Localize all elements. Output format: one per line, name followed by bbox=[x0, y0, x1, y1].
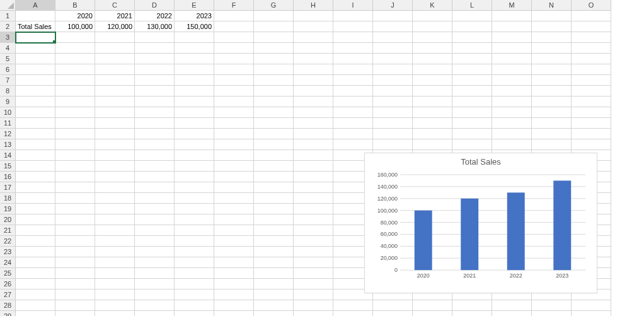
cell-I13[interactable] bbox=[333, 139, 373, 150]
cell-E27[interactable] bbox=[175, 290, 214, 300]
row-header-20[interactable]: 20 bbox=[0, 214, 16, 225]
cell-I2[interactable] bbox=[333, 21, 373, 32]
cell-H14[interactable] bbox=[294, 150, 333, 161]
row-header-3[interactable]: 3 bbox=[0, 32, 16, 43]
row-header-1[interactable]: 1 bbox=[0, 11, 16, 21]
cell-F28[interactable] bbox=[214, 300, 254, 311]
cell-A6[interactable] bbox=[16, 64, 55, 75]
cell-I12[interactable] bbox=[333, 129, 373, 139]
cell-F18[interactable] bbox=[214, 193, 254, 204]
cell-B23[interactable] bbox=[55, 247, 95, 257]
cell-F19[interactable] bbox=[214, 204, 254, 214]
cell-H3[interactable] bbox=[294, 32, 333, 43]
cell-G12[interactable] bbox=[254, 129, 294, 139]
cell-L4[interactable] bbox=[452, 43, 492, 54]
cell-L6[interactable] bbox=[452, 64, 492, 75]
cell-B6[interactable] bbox=[55, 64, 95, 75]
cell-O28[interactable] bbox=[572, 300, 611, 311]
cell-L12[interactable] bbox=[452, 129, 492, 139]
cell-I9[interactable] bbox=[333, 97, 373, 107]
cell-I11[interactable] bbox=[333, 118, 373, 129]
cell-N10[interactable] bbox=[532, 107, 572, 118]
cell-F11[interactable] bbox=[214, 118, 254, 129]
cell-F13[interactable] bbox=[214, 139, 254, 150]
cell-J1[interactable] bbox=[373, 11, 413, 21]
cell-F9[interactable] bbox=[214, 97, 254, 107]
cell-N13[interactable] bbox=[532, 139, 572, 150]
cell-B13[interactable] bbox=[55, 139, 95, 150]
cell-K9[interactable] bbox=[413, 97, 452, 107]
cell-O1[interactable] bbox=[572, 11, 611, 21]
col-header-H[interactable]: H bbox=[294, 0, 333, 11]
cell-A7[interactable] bbox=[16, 75, 55, 86]
row-header-19[interactable]: 19 bbox=[0, 204, 16, 214]
cell-A3[interactable] bbox=[16, 32, 55, 43]
cell-E2[interactable]: 150,000 bbox=[175, 21, 214, 32]
cell-C11[interactable] bbox=[95, 118, 135, 129]
cell-B17[interactable] bbox=[55, 182, 95, 193]
cell-B15[interactable] bbox=[55, 161, 95, 172]
cell-A19[interactable] bbox=[16, 204, 55, 214]
cell-D4[interactable] bbox=[135, 43, 175, 54]
cell-F10[interactable] bbox=[214, 107, 254, 118]
cell-C4[interactable] bbox=[95, 43, 135, 54]
cell-B11[interactable] bbox=[55, 118, 95, 129]
cell-G25[interactable] bbox=[254, 268, 294, 279]
cell-F5[interactable] bbox=[214, 54, 254, 64]
cell-H19[interactable] bbox=[294, 204, 333, 214]
chart[interactable]: Total Sales 020,00040,00060,00080,000100… bbox=[364, 153, 597, 293]
cell-H2[interactable] bbox=[294, 21, 333, 32]
cell-G19[interactable] bbox=[254, 204, 294, 214]
cell-J9[interactable] bbox=[373, 97, 413, 107]
cell-D21[interactable] bbox=[135, 225, 175, 236]
cell-O13[interactable] bbox=[572, 139, 611, 150]
cell-L8[interactable] bbox=[452, 86, 492, 97]
cell-F16[interactable] bbox=[214, 172, 254, 182]
cell-G2[interactable] bbox=[254, 21, 294, 32]
cell-C14[interactable] bbox=[95, 150, 135, 161]
cell-A1[interactable] bbox=[16, 11, 55, 21]
cell-C1[interactable]: 2021 bbox=[95, 11, 135, 21]
cell-B19[interactable] bbox=[55, 204, 95, 214]
cell-H13[interactable] bbox=[294, 139, 333, 150]
row-header-5[interactable]: 5 bbox=[0, 54, 16, 64]
cell-K13[interactable] bbox=[413, 139, 452, 150]
cell-F7[interactable] bbox=[214, 75, 254, 86]
row-header-17[interactable]: 17 bbox=[0, 182, 16, 193]
cell-F12[interactable] bbox=[214, 129, 254, 139]
cell-B14[interactable] bbox=[55, 150, 95, 161]
cell-L10[interactable] bbox=[452, 107, 492, 118]
col-header-O[interactable]: O bbox=[572, 0, 611, 11]
cell-A2[interactable]: Total Sales bbox=[16, 21, 55, 32]
cell-E6[interactable] bbox=[175, 64, 214, 75]
cell-E1[interactable]: 2023 bbox=[175, 11, 214, 21]
cell-E25[interactable] bbox=[175, 268, 214, 279]
col-header-E[interactable]: E bbox=[175, 0, 214, 11]
cell-D24[interactable] bbox=[135, 257, 175, 268]
cell-E22[interactable] bbox=[175, 236, 214, 247]
cell-B21[interactable] bbox=[55, 225, 95, 236]
cell-F2[interactable] bbox=[214, 21, 254, 32]
cell-N28[interactable] bbox=[532, 300, 572, 311]
cell-M2[interactable] bbox=[492, 21, 532, 32]
col-header-N[interactable]: N bbox=[532, 0, 572, 11]
cell-M29[interactable] bbox=[492, 311, 532, 316]
cell-A14[interactable] bbox=[16, 150, 55, 161]
cell-D7[interactable] bbox=[135, 75, 175, 86]
cell-C12[interactable] bbox=[95, 129, 135, 139]
cell-K11[interactable] bbox=[413, 118, 452, 129]
cell-F17[interactable] bbox=[214, 182, 254, 193]
cell-D14[interactable] bbox=[135, 150, 175, 161]
cell-K5[interactable] bbox=[413, 54, 452, 64]
cell-F15[interactable] bbox=[214, 161, 254, 172]
cell-C7[interactable] bbox=[95, 75, 135, 86]
cell-H25[interactable] bbox=[294, 268, 333, 279]
cell-G28[interactable] bbox=[254, 300, 294, 311]
cell-F1[interactable] bbox=[214, 11, 254, 21]
row-header-8[interactable]: 8 bbox=[0, 86, 16, 97]
cell-J12[interactable] bbox=[373, 129, 413, 139]
cell-J3[interactable] bbox=[373, 32, 413, 43]
cell-L3[interactable] bbox=[452, 32, 492, 43]
cell-G9[interactable] bbox=[254, 97, 294, 107]
cell-C20[interactable] bbox=[95, 214, 135, 225]
